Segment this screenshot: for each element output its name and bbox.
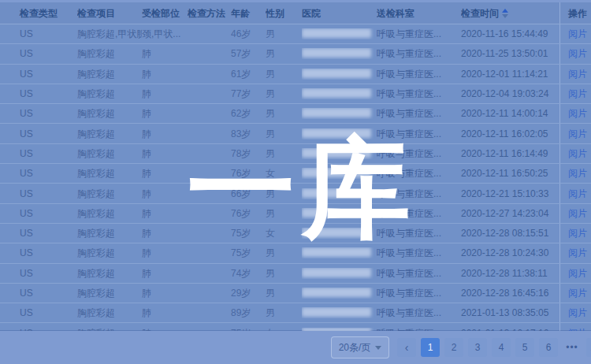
cell-hospital <box>302 288 377 299</box>
cell-exam-item: 胸腔彩超 <box>77 129 142 139</box>
page-number-button[interactable]: 6 <box>539 338 558 357</box>
cell-hospital <box>302 247 377 258</box>
table-row[interactable]: US 胸腔彩超 肺 75岁 女 呼吸与重症医... 2020-12-28 08:… <box>0 224 591 243</box>
table-row[interactable]: US 胸腔彩超 肺 29岁 男 呼吸与重症医... 2020-12-28 16:… <box>0 284 591 303</box>
view-images-link[interactable]: 阅片 <box>568 308 587 318</box>
cell-exam-item: 胸腔彩超 <box>77 209 142 218</box>
col-header-exam-method[interactable]: 检查方法 <box>188 9 231 18</box>
table-row[interactable]: US 胸腔彩超 肺 62岁 男 呼吸与重症医... 2020-12-11 14:… <box>0 104 591 124</box>
col-header-exam-type[interactable]: 检查类型 <box>0 9 77 18</box>
page-number-list: 123456 <box>416 338 558 357</box>
cell-department: 呼吸与重症医... <box>377 288 461 298</box>
view-images-link[interactable]: 阅片 <box>568 129 587 139</box>
view-images-link[interactable]: 阅片 <box>568 228 587 238</box>
view-images-link[interactable]: 阅片 <box>568 149 587 158</box>
cell-body-part: 肺 <box>142 69 188 79</box>
col-header-actions: 操作 <box>559 2 591 24</box>
col-header-body-part[interactable]: 受检部位 <box>142 9 188 18</box>
cell-body-part: 肺 <box>142 49 188 58</box>
cell-exam-time: 2021-01-13 08:35:05 <box>461 308 559 318</box>
cell-gender: 男 <box>266 49 302 58</box>
pagination-bar: 20条/页 ‹ 123456 ••• 16 <box>0 331 591 364</box>
page-size-select[interactable]: 20条/页 <box>331 336 389 358</box>
cell-department: 呼吸与重症医... <box>377 109 461 118</box>
cell-body-part: 肺 <box>142 169 188 178</box>
col-header-department[interactable]: 送检科室 <box>377 9 461 18</box>
cell-hospital <box>302 188 377 199</box>
cell-age: 61岁 <box>231 69 266 79</box>
cell-exam-time: 2020-12-28 11:38:11 <box>461 269 559 278</box>
cell-gender: 男 <box>266 189 302 199</box>
cell-hospital <box>302 307 377 318</box>
cell-body-part: 肺 <box>142 269 188 278</box>
table-row[interactable]: US 胸腔彩超 肺 77岁 男 呼吸与重症医... 2020-12-04 19:… <box>0 84 591 104</box>
table-row[interactable]: US 胸腔彩超 肺 57岁 男 呼吸与重症医... 2020-11-25 13:… <box>0 44 591 64</box>
cell-age: 29岁 <box>231 288 266 298</box>
col-header-hospital[interactable]: 医院 <box>302 9 377 18</box>
cell-actions: 阅片 <box>559 204 591 223</box>
cell-exam-item: 胸腔彩超 <box>77 288 142 298</box>
cell-exam-time: 2020-12-01 11:14:21 <box>461 69 559 79</box>
last-page-button[interactable]: 16 <box>586 338 591 357</box>
view-images-link[interactable]: 阅片 <box>568 169 587 178</box>
view-images-link[interactable]: 阅片 <box>568 269 587 278</box>
cell-actions: 阅片 <box>559 65 591 84</box>
redacted-hospital-name <box>302 188 371 198</box>
prev-page-button[interactable]: ‹ <box>397 338 416 357</box>
exam-table: 检查类型 检查项目 受检部位 检查方法 年龄 性别 医院 送检科室 检查时间 操… <box>0 2 591 331</box>
view-images-link[interactable]: 阅片 <box>568 89 587 98</box>
view-images-link[interactable]: 阅片 <box>568 29 587 39</box>
cell-body-part: 肺 <box>142 109 188 118</box>
table-row[interactable]: US 胸腔彩超 肺 83岁 男 呼吸与重症医... 2020-12-11 16:… <box>0 124 591 143</box>
view-images-link[interactable]: 阅片 <box>568 288 587 298</box>
cell-department: 呼吸与重症医... <box>377 89 461 98</box>
col-header-gender[interactable]: 性别 <box>266 9 302 18</box>
page-number-button[interactable]: 5 <box>515 338 534 357</box>
page-number-button[interactable]: 1 <box>421 338 440 357</box>
cell-gender: 男 <box>266 69 302 79</box>
cell-age: 57岁 <box>231 49 266 58</box>
col-header-exam-time[interactable]: 检查时间 <box>461 9 559 18</box>
table-row[interactable]: US 胸腔彩超 肺 75岁 男 呼吸与重症医... 2020-12-28 10:… <box>0 243 591 263</box>
table-row[interactable]: US 胸腔彩超 肺 78岁 男 呼吸与重症医... 2020-12-11 16:… <box>0 144 591 164</box>
table-row[interactable]: US 胸腔彩超 肺 66岁 男 呼吸与重症医... 2020-12-21 15:… <box>0 184 591 203</box>
table-row[interactable]: US 胸腔彩超,甲状腺彩超 颈,甲状... 46岁 男 呼吸与重症医... 20… <box>0 24 591 44</box>
cell-exam-type: US <box>0 129 77 139</box>
cell-actions: 阅片 <box>559 243 591 262</box>
cell-exam-type: US <box>0 109 77 118</box>
cell-department: 呼吸与重症医... <box>377 228 461 238</box>
cell-exam-type: US <box>0 149 77 158</box>
cell-gender: 男 <box>266 288 302 298</box>
view-images-link[interactable]: 阅片 <box>568 248 587 258</box>
cell-hospital <box>302 228 377 239</box>
cell-hospital <box>302 268 377 279</box>
cell-hospital <box>302 108 377 119</box>
page-number-button[interactable]: 2 <box>444 338 463 357</box>
sort-ascending-icon[interactable] <box>502 9 508 18</box>
cell-exam-type: US <box>0 269 77 278</box>
cell-hospital <box>302 88 377 99</box>
cell-exam-time: 2020-12-28 16:45:16 <box>461 288 559 298</box>
more-pages-ellipsis-icon[interactable]: ••• <box>563 338 582 357</box>
cell-age: 78岁 <box>231 149 266 158</box>
table-row[interactable]: US 胸腔彩超 肺 61岁 男 呼吸与重症医... 2020-12-01 11:… <box>0 65 591 84</box>
view-images-link[interactable]: 阅片 <box>568 49 587 58</box>
view-images-link[interactable]: 阅片 <box>568 69 587 79</box>
cell-body-part: 肺 <box>142 308 188 318</box>
table-row[interactable]: US 胸腔彩超 肺 74岁 男 呼吸与重症医... 2020-12-28 11:… <box>0 264 591 284</box>
table-row[interactable]: US 胸腔彩超 肺 89岁 男 呼吸与重症医... 2021-01-13 08:… <box>0 303 591 323</box>
table-row[interactable]: US 胸腔彩超 肺 76岁 女 呼吸与重症医... 2020-12-11 16:… <box>0 164 591 184</box>
page-number-button[interactable]: 4 <box>492 338 511 357</box>
redacted-hospital-name <box>302 48 371 58</box>
view-images-link[interactable]: 阅片 <box>568 209 587 218</box>
cell-actions: 阅片 <box>559 224 591 243</box>
page-number-button[interactable]: 3 <box>468 338 487 357</box>
col-header-exam-item[interactable]: 检查项目 <box>77 9 142 18</box>
table-row[interactable]: US 胸腔彩超 肺 76岁 男 呼吸与重症医... 2020-12-27 14:… <box>0 204 591 224</box>
cell-gender: 男 <box>266 149 302 158</box>
col-header-age[interactable]: 年龄 <box>231 9 266 18</box>
cell-exam-type: US <box>0 169 77 178</box>
view-images-link[interactable]: 阅片 <box>568 189 587 199</box>
cell-actions: 阅片 <box>559 303 591 322</box>
view-images-link[interactable]: 阅片 <box>568 109 587 118</box>
